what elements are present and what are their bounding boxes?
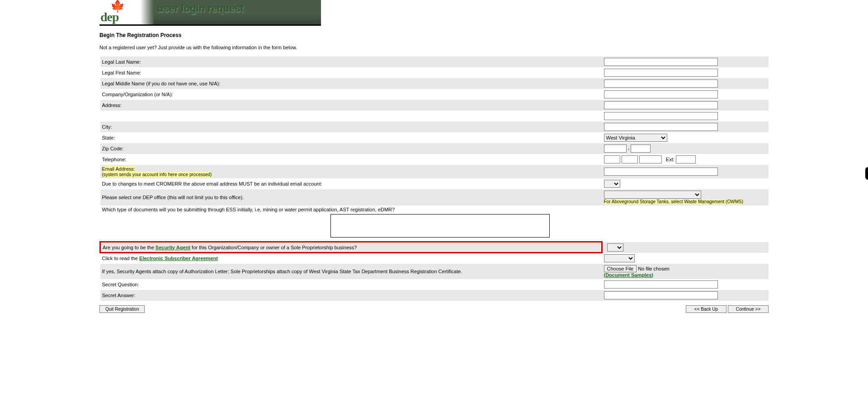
label-esa: Click to read the Electronic Subscriber … [100,253,602,264]
quit-button[interactable]: Quit Registration [99,305,145,313]
input-secret-q[interactable] [604,280,718,289]
label-city: City: [100,121,602,132]
label-office: Please select one DEP office (this will … [100,189,602,205]
input-secret-a[interactable] [604,291,718,299]
choose-file-button[interactable]: Choose File [604,265,637,272]
link-document-samples[interactable]: (Document Samples) [604,272,653,278]
zip-dash: - [628,146,630,151]
label-cromerr: Due to changes to meet CROMERR the above… [100,178,602,189]
input-address-1[interactable] [604,101,718,109]
select-state[interactable]: West Virginia [604,134,667,142]
side-feedback-tab[interactable] [865,167,868,180]
label-address: Address: [100,100,602,111]
label-state: State: [100,132,602,143]
select-esa[interactable] [604,254,635,262]
dep-logo-text: dep [100,10,119,24]
intro-text: Not a registered user yet? Just provide … [99,45,769,50]
no-file-text: No file chosen [638,266,670,271]
input-phone-2[interactable] [622,155,638,163]
textarea-docs[interactable] [330,214,550,238]
input-address-2[interactable] [604,112,718,120]
link-security-agent[interactable]: Security Agent [156,245,190,250]
label-middle-name: Legal Middle Name (if you do not have on… [100,78,602,89]
banner-title: user login request [157,3,244,14]
input-first-name[interactable] [604,69,718,77]
input-last-name[interactable] [604,58,718,66]
input-phone-ext[interactable] [676,155,696,163]
continue-button[interactable]: Continue >> [728,305,769,313]
input-phone-3[interactable] [639,155,662,163]
input-city[interactable] [604,123,718,131]
input-zip[interactable] [604,145,627,153]
label-phone: Telephone: [100,154,602,165]
input-email[interactable] [604,168,718,176]
select-cromerr[interactable] [604,180,620,188]
label-docs: Which type of documents will you be subm… [102,207,395,212]
label-security-agent: Are you going to be the Security Agent f… [100,242,602,253]
label-last-name: Legal Last Name: [100,56,602,67]
link-esa[interactable]: Electronic Subscriber Agreement [139,256,218,261]
label-zip: Zip Code: [100,143,602,154]
label-ext: Ext: [666,157,675,162]
label-company: Company/Organization (or N/A): [100,89,602,100]
input-company[interactable] [604,90,718,98]
label-secret-q: Secret Question: [100,279,602,290]
dep-logo: 🍁 dep [100,0,137,23]
header-banner: 🍁 dep user login request [99,0,321,26]
select-security-agent[interactable] [607,243,623,252]
page-heading: Begin The Registration Process [99,32,769,38]
input-middle-name[interactable] [604,79,718,88]
label-secret-a: Secret Answer: [100,290,602,301]
select-office[interactable] [604,191,701,199]
label-first-name: Legal First Name: [100,67,602,78]
input-phone-1[interactable] [604,155,620,163]
office-note: For Aboveground Storage Tanks, select Wa… [604,199,743,204]
input-zip4[interactable] [631,145,651,153]
label-address2 [100,111,602,121]
label-attach: If yes, Security Agents attach copy of A… [100,264,602,279]
label-email: Email Address: (system sends your accoun… [100,165,602,178]
back-button[interactable]: << Back Up [686,305,726,313]
